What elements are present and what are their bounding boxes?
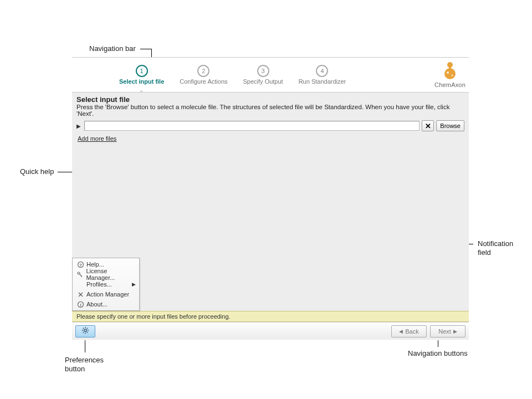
svg-point-3 [451,75,453,76]
annotation-notification-field: Notification [478,239,513,248]
step-circle: 3 [257,65,269,77]
step-label: Run Standardizer [299,78,346,85]
annotation-notification-field: field [478,248,491,257]
menu-item-action-manager[interactable]: Action Manager [74,289,138,299]
quick-help-text: Press the 'Browse' button to select a mo… [76,104,464,117]
step-configure-actions[interactable]: 2 Configure Actions [180,65,227,85]
step-circle: 4 [316,65,328,77]
svg-line-22 [83,332,84,333]
tools-icon [76,291,85,298]
menu-item-label: Profiles... [86,281,112,288]
annotation-preferences-button: Preferences [65,356,104,364]
svg-text:i: i [80,302,81,307]
submenu-arrow-icon: ▶ [132,282,136,287]
step-label: Configure Actions [180,78,227,85]
help-icon: ? [76,262,85,268]
file-path-input[interactable] [84,121,420,131]
annotation-navigation-buttons: Navigation buttons [408,349,468,357]
menu-item-profiles[interactable]: Profiles... ▶ [74,279,138,289]
annotation-line [140,49,151,49]
preferences-button[interactable] [75,325,95,337]
expand-caret-icon[interactable]: ▶ [76,123,82,129]
key-icon [76,272,84,278]
clear-file-button[interactable]: ✕ [422,120,434,131]
svg-rect-4 [449,67,451,70]
content-panel: Select input file Press the 'Browse' but… [72,92,469,311]
svg-line-19 [83,328,84,329]
file-row: ▶ ✕ Browse [76,120,464,131]
annotation-line [58,172,68,172]
menu-item-label: Help... [86,261,104,268]
annotation-line [85,340,85,352]
step-run-standardizer[interactable]: 4 Run Standardizer [299,65,346,85]
annotation-preferences-button: button [65,365,85,373]
triangle-right-icon: ▶ [453,329,457,334]
navigation-bar: 1 Select input file 2 Configure Actions … [72,58,469,92]
section-title: Select input file [76,95,464,104]
svg-point-0 [447,62,453,68]
annotation-line [438,340,438,347]
preferences-menu: ? Help... License Manager... Profiles...… [72,258,140,311]
back-button-label: Back [405,328,418,335]
step-select-input[interactable]: 1 Select input file [119,65,164,85]
chemaxon-logo: ChemAxon [434,60,466,88]
annotation-quick-help: Quick help [20,167,54,176]
triangle-left-icon: ◀ [399,329,403,334]
add-more-files-link[interactable]: Add more files [78,135,116,142]
svg-line-8 [80,274,83,277]
menu-item-license-manager[interactable]: License Manager... [74,269,138,279]
next-button[interactable]: Next ▶ [430,325,466,337]
svg-line-20 [87,332,88,333]
chemaxon-logo-text: ChemAxon [434,81,466,88]
svg-point-7 [78,272,80,274]
svg-point-14 [84,329,86,331]
info-icon: i [76,301,85,308]
footer-bar: ◀ Back Next ▶ [72,322,469,340]
step-label: Select input file [119,78,164,85]
svg-text:?: ? [79,262,82,267]
step-specify-output[interactable]: 3 Specify Output [243,65,283,85]
step-circle: 2 [197,65,209,77]
menu-item-label: Action Manager [86,291,129,298]
annotation-nav-bar: Navigation bar [89,44,136,53]
notification-bar: Please specify one or more input files b… [72,311,469,322]
step-circle: 1 [136,65,148,77]
menu-item-about[interactable]: i About... [74,299,138,309]
back-button[interactable]: ◀ Back [391,325,427,337]
svg-point-2 [447,71,449,74]
menu-item-label: About... [86,301,108,308]
chemaxon-logo-icon [442,60,458,81]
step-label: Specify Output [243,78,283,85]
svg-line-21 [87,328,88,329]
gear-icon [81,326,89,336]
browse-button[interactable]: Browse [436,120,464,131]
app-window: 1 Select input file 2 Configure Actions … [72,57,469,340]
next-button-label: Next [438,328,451,335]
